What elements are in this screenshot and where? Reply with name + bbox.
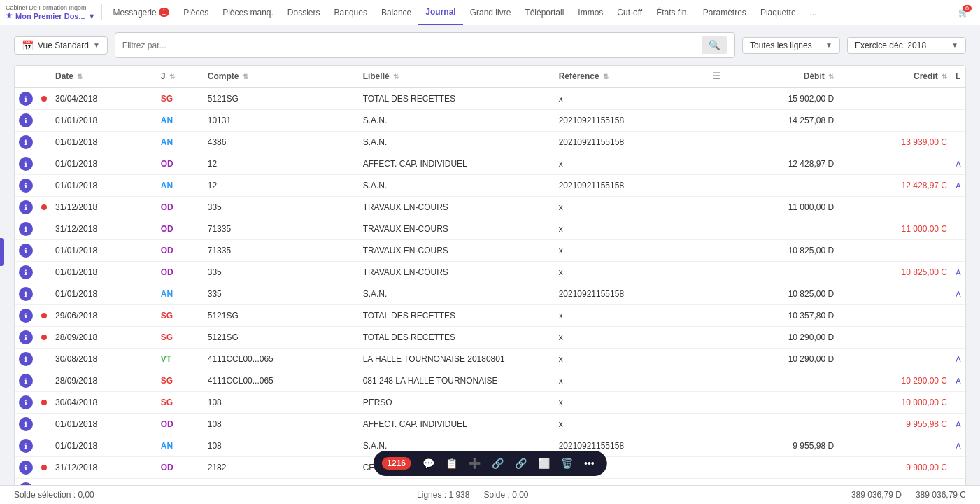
row-action-icon[interactable]: ℹ bbox=[19, 309, 33, 323]
row-action-icon[interactable]: ℹ bbox=[19, 244, 33, 258]
filter-icon[interactable]: ☰ bbox=[713, 71, 720, 81]
table-row[interactable]: ℹ28/09/2018SG4111CCL00...065081 248 LA H… bbox=[15, 370, 965, 392]
col-l: L bbox=[951, 66, 965, 88]
red-dot-indicator bbox=[41, 335, 47, 340]
row-date: 01/01/2018 bbox=[51, 153, 157, 175]
cart-button[interactable]: 🛒0 bbox=[958, 8, 969, 18]
floating-more-button[interactable]: ••• bbox=[580, 455, 599, 472]
nav-item-pieces[interactable]: Pièces bbox=[176, 0, 215, 25]
row-action-icon[interactable]: ℹ bbox=[19, 92, 33, 106]
table-row[interactable]: ℹ01/01/2018AN4386S.A.N.2021092115515813 … bbox=[15, 132, 965, 153]
row-action-icon[interactable]: ℹ bbox=[19, 113, 33, 127]
col-date[interactable]: Date ⇅ bbox=[51, 66, 157, 88]
row-dot-cell bbox=[37, 414, 51, 435]
row-action-icon[interactable]: ℹ bbox=[19, 417, 33, 431]
row-icon-cell: ℹ bbox=[15, 414, 37, 435]
col-debit[interactable]: Débit ⇅ bbox=[725, 66, 838, 88]
row-action-icon[interactable]: ℹ bbox=[19, 330, 33, 344]
row-debit bbox=[725, 132, 838, 153]
table-row[interactable]: ℹ01/01/2018AN12S.A.N.2021092115515812 42… bbox=[15, 175, 965, 197]
nav-item-messagerie[interactable]: Messagerie1 bbox=[106, 0, 177, 25]
row-journal: SG bbox=[157, 305, 204, 327]
table-row[interactable]: ℹ30/04/2018SG5121SGTOTAL DES RECETTESx15… bbox=[15, 88, 965, 110]
row-libelle: PERSO bbox=[359, 392, 555, 414]
table-row[interactable]: ℹ01/01/2018OD71335TRAVAUX EN-COURSx10 82… bbox=[15, 240, 965, 262]
table-row[interactable]: ℹ01/01/2018OD12AFFECT. CAP. INDIVIDUELx1… bbox=[15, 153, 965, 175]
row-date: 01/01/2018 bbox=[51, 132, 157, 153]
row-dot-cell bbox=[37, 435, 51, 457]
row-dot-cell bbox=[37, 132, 51, 153]
row-journal: OD bbox=[157, 218, 204, 240]
floating-add-button[interactable]: ➕ bbox=[464, 455, 485, 472]
col-reference[interactable]: Référence ⇅ bbox=[555, 66, 709, 88]
nav-item-immos[interactable]: Immos bbox=[571, 0, 610, 25]
row-action-icon[interactable]: ℹ bbox=[19, 157, 33, 171]
lines-selector[interactable]: Toutes les lignes ▼ bbox=[742, 37, 840, 54]
table-row[interactable]: ℹ01/01/2018OD335TRAVAUX EN-COURSx10 825,… bbox=[15, 262, 965, 284]
floating-copy-button[interactable]: 📋 bbox=[441, 455, 462, 472]
row-action-icon[interactable]: ℹ bbox=[19, 374, 33, 388]
reference-sort-icon: ⇅ bbox=[603, 73, 609, 80]
view-selector[interactable]: 📅 Vue Standard ▼ bbox=[14, 36, 108, 55]
dossier-name: Mon Premier Dos... bbox=[15, 12, 85, 20]
row-dot-cell bbox=[37, 349, 51, 370]
floating-link2-button[interactable]: 🔗 bbox=[511, 455, 531, 472]
table-row[interactable]: ℹ31/12/2018OD335TRAVAUX EN-COURSx11 000,… bbox=[15, 197, 965, 218]
table-row[interactable]: ℹ01/01/2018OD108AFFECT. CAP. INDIVIDUELx… bbox=[15, 414, 965, 435]
row-action-icon[interactable]: ℹ bbox=[19, 287, 33, 301]
col-libelle[interactable]: Libellé ⇅ bbox=[359, 66, 555, 88]
col-credit[interactable]: Crédit ⇅ bbox=[838, 66, 951, 88]
row-action-icon[interactable]: ℹ bbox=[19, 178, 33, 192]
period-selector[interactable]: Exercice déc. 2018 ▼ bbox=[847, 37, 966, 54]
nav-right: 🛒0 bbox=[958, 8, 974, 18]
row-icon-cell: ℹ bbox=[15, 370, 37, 392]
nav-item-pieces-manq[interactable]: Pièces manq. bbox=[215, 0, 280, 25]
row-action-icon[interactable]: ℹ bbox=[19, 439, 33, 453]
col-journal[interactable]: J ⇅ bbox=[157, 66, 204, 88]
row-action-icon[interactable]: ℹ bbox=[19, 200, 33, 214]
nav-item-more[interactable]: ... bbox=[803, 0, 824, 25]
table-row[interactable]: ℹ30/04/2018SG108PERSOx10 000,00 C bbox=[15, 392, 965, 414]
nav-item-banques[interactable]: Banques bbox=[327, 0, 374, 25]
col-compte[interactable]: Compte ⇅ bbox=[204, 66, 359, 88]
filter-input[interactable] bbox=[122, 41, 696, 50]
row-action-icon[interactable]: ℹ bbox=[19, 352, 33, 366]
table-row[interactable]: ℹ01/01/2018AN335S.A.N.2021092115515810 8… bbox=[15, 284, 965, 305]
table-row[interactable]: ℹ01/01/2018AN10131S.A.N.2021092115515814… bbox=[15, 110, 965, 132]
table-row[interactable]: ℹ28/09/2018SG5121SGTOTAL DES RECETTESx10… bbox=[15, 327, 965, 349]
row-filter-cell bbox=[709, 435, 725, 457]
row-action-icon[interactable]: ℹ bbox=[19, 461, 33, 475]
nav-item-etats-fin[interactable]: États fin. bbox=[649, 0, 696, 25]
nav-item-plaquette[interactable]: Plaquette bbox=[753, 0, 803, 25]
floating-link-button[interactable]: 🔗 bbox=[488, 455, 508, 472]
row-action-icon[interactable]: ℹ bbox=[19, 222, 33, 236]
nav-item-balance[interactable]: Balance bbox=[374, 0, 418, 25]
period-label: Exercice déc. 2018 bbox=[855, 41, 926, 50]
floating-delete-button[interactable]: 🗑️ bbox=[557, 455, 577, 472]
col-filter[interactable]: ☰ bbox=[709, 66, 725, 88]
nav-item-journal[interactable]: Journal bbox=[418, 0, 462, 25]
search-button[interactable]: 🔍 bbox=[702, 36, 727, 54]
row-libelle: AFFECT. CAP. INDIVIDUEL bbox=[359, 414, 555, 435]
row-dot-cell bbox=[37, 262, 51, 284]
nav-item-cut-off[interactable]: Cut-off bbox=[610, 0, 649, 25]
nav-item-dossiers[interactable]: Dossiers bbox=[280, 0, 327, 25]
floating-square-button[interactable]: ⬜ bbox=[534, 455, 554, 472]
table-row[interactable]: ℹ31/12/2018OD71335TRAVAUX EN-COURSx11 00… bbox=[15, 218, 965, 240]
row-action-icon[interactable]: ℹ bbox=[19, 396, 33, 410]
nav-item-teleportail[interactable]: Téléportail bbox=[518, 0, 571, 25]
row-date: 29/06/2018 bbox=[51, 305, 157, 327]
table-row[interactable]: ℹ30/08/2018VT4111CCL00...065LA HALLE TOU… bbox=[15, 349, 965, 370]
row-action-icon[interactable]: ℹ bbox=[19, 135, 33, 149]
row-reference: 20210921155158 bbox=[555, 110, 709, 132]
nav-item-parametres[interactable]: Paramètres bbox=[696, 0, 753, 25]
row-l: A bbox=[951, 370, 965, 392]
dossier-row[interactable]: ★ Mon Premier Dos... ▼ bbox=[6, 11, 96, 20]
row-date: 01/01/2018 bbox=[51, 240, 157, 262]
nav-item-grand-livre[interactable]: Grand livre bbox=[463, 0, 518, 25]
table-row[interactable]: ℹ29/06/2018SG5121SGTOTAL DES RECETTESx10… bbox=[15, 305, 965, 327]
row-credit bbox=[838, 240, 951, 262]
floating-comment-button[interactable]: 💬 bbox=[418, 455, 439, 472]
row-action-icon[interactable]: ℹ bbox=[19, 265, 33, 279]
row-compte: 71335 bbox=[204, 218, 359, 240]
